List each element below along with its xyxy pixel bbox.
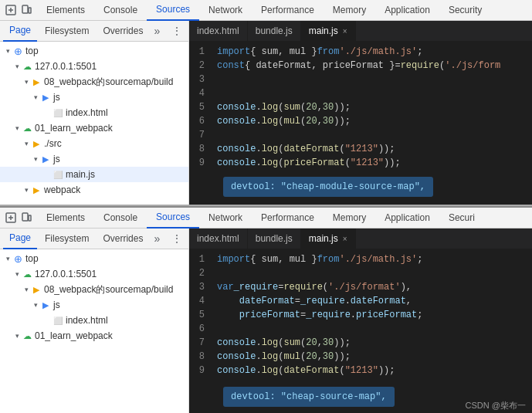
file-tab-main-2[interactable]: main.js × [301,229,356,249]
nav-tab-application-1[interactable]: Application [375,0,439,21]
tree-item-indexhtml-2[interactable]: ▶ ⬜ index.html [0,313,188,328]
subtab-filesystem-2[interactable]: Filesystem [39,229,95,249]
tree-item-webpack[interactable]: ▾ ▶ webpack [0,182,188,198]
code-editor-2: index.html bundle.js main.js × 1 2 3 4 5… [189,229,532,413]
file-tabs-1: index.html bundle.js main.js × [189,21,532,42]
nav-tab-console-2[interactable]: Console [94,208,147,229]
code-line: console.log(priceFormat("1213")); [217,156,526,169]
tree-label: index.html [66,315,108,326]
main-layout-2: Page Filesystem Overrides » ⋮ ▾ ⊕ top ▾ … [0,229,532,413]
svg-rect-9 [29,215,31,221]
subtab-overrides-1[interactable]: Overrides [97,21,149,42]
file-tab-label: main.js [309,25,338,36]
tree-item-learn-2[interactable]: ▾ ☁ 01_learn_webpack [0,328,188,344]
svg-rect-3 [22,5,28,13]
file-tab-main[interactable]: main.js × [301,21,356,42]
code-line [217,266,526,280]
file-tab-index-2[interactable]: index.html [189,229,248,249]
tree-item-indexhtml[interactable]: ▶ ⬜ index.html [0,105,188,120]
folder-icon: ▶ [31,284,42,295]
folder-icon: ▶ [31,138,42,149]
close-icon[interactable]: × [343,27,347,36]
nav-tab-network-2[interactable]: Network [199,208,252,229]
inspect-icon[interactable] [5,4,17,16]
code-line: priceFormat = _require.priceFormat; [217,308,526,322]
main-layout-1: Page Filesystem Overrides » ⋮ ▾ ⊕ top ▾ … [0,21,532,205]
code-line: console.log(sum(20, 30)); [217,100,526,114]
tree-item-top-2[interactable]: ▾ ⊕ top [0,251,188,266]
tree-item-mainjs[interactable]: ▶ ⬜ main.js [0,167,188,182]
tree-label: js [53,154,60,164]
nav-tab-network-1[interactable]: Network [199,0,252,21]
nav-tab-performance-1[interactable]: Performance [252,0,324,21]
tree-arrow: ▾ [3,254,12,263]
tree-item-build[interactable]: ▾ ▶ 08_webpack的sourcemap/build [0,74,188,90]
nav-tabs-2: Elements Console Sources Network Perform… [37,208,532,229]
tree-label: ./src [44,138,62,149]
tree-label: js [53,300,60,310]
code-line [217,322,526,336]
dotmenu-2[interactable]: ⋮ [168,232,185,245]
devtools-nav-2: Elements Console Sources Network Perform… [0,208,532,229]
nav-tab-performance-2[interactable]: Performance [252,208,324,229]
tree-arrow: ▾ [31,93,40,102]
nav-tabs-1: Elements Console Sources Network Perform… [37,0,532,21]
tree-arrow: ▾ [31,300,40,310]
nav-tab-security-1[interactable]: Security [439,0,491,21]
close-icon-2[interactable]: × [343,235,347,243]
nav-tab-memory-2[interactable]: Memory [324,208,375,229]
tree-item-src-js[interactable]: ▾ ▶ js [0,151,188,167]
cloud-icon: ☁ [22,61,32,72]
dotmenu-1[interactable]: ⋮ [168,25,185,37]
tree-item-top[interactable]: ▾ ⊕ top [0,43,188,59]
file-tab-bundle[interactable]: bundle.js [248,21,301,42]
code-body-2: 1 2 3 4 5 6 7 8 9 10 11 import { sum, mu… [189,249,532,379]
globe-icon-2: ⊕ [12,253,23,264]
more-icon-1[interactable]: » [151,25,163,37]
file-tab-index[interactable]: index.html [189,21,248,42]
cloud-icon-2: ☁ [22,269,32,279]
sub-toolbar-1: Page Filesystem Overrides » ⋮ [0,21,188,42]
tree-item-src[interactable]: ▾ ▶ ./src [0,136,188,151]
nav-tab-console-1[interactable]: Console [94,0,147,21]
nav-icons-2 [0,212,37,224]
code-editor-1: index.html bundle.js main.js × 1 2 3 4 5… [189,21,532,205]
tree-item-host-2[interactable]: ▾ ☁ 127.0.0.1:5501 [0,266,188,282]
tree-item-host[interactable]: ▾ ☁ 127.0.0.1:5501 [0,59,188,74]
subtab-page-1[interactable]: Page [3,21,37,42]
tree-arrow: ▾ [22,185,31,195]
nav-tab-sources-1[interactable]: Sources [147,0,199,21]
nav-tab-sources-2[interactable]: Sources [147,208,199,229]
tree-item-js-2[interactable]: ▾ ▶ js [0,297,188,313]
folder-icon: ▶ [40,92,51,103]
inspect-icon-2[interactable] [5,212,17,224]
nav-tab-elements-1[interactable]: Elements [37,0,94,21]
nav-tab-elements-2[interactable]: Elements [37,208,94,229]
code-line: import { sum, mul } from './js/math.js'; [217,252,526,266]
subtab-overrides-2[interactable]: Overrides [97,229,149,249]
tree-label: js [53,92,60,103]
tree-item-learn[interactable]: ▾ ☁ 01_learn_webpack [0,120,188,136]
nav-tab-memory-1[interactable]: Memory [324,0,375,21]
device-icon-2[interactable] [20,212,32,224]
subtab-page-2[interactable]: Page [3,229,37,249]
tree-item-js[interactable]: ▾ ▶ js [0,90,188,105]
file-icon: ⬜ [53,169,63,180]
tree-item-build-2[interactable]: ▾ ▶ 08_webpack的sourcemap/build [0,282,188,297]
folder-icon: ▶ [31,76,42,87]
tree-arrow: ▾ [12,269,22,279]
device-icon[interactable] [20,4,32,16]
file-tab-bundle-2[interactable]: bundle.js [248,229,301,249]
nav-tab-security-2[interactable]: Securi [439,208,484,229]
nav-tab-application-2[interactable]: Application [375,208,439,229]
subtab-filesystem-1[interactable]: Filesystem [39,21,95,42]
code-line: const { dateFormat, priceFormat } = requ… [217,59,526,73]
sidebar-2: Page Filesystem Overrides » ⋮ ▾ ⊕ top ▾ … [0,229,189,413]
more-icon-2[interactable]: » [151,232,163,245]
file-tab-label: main.js [309,233,338,244]
file-icon: ⬜ [53,315,63,326]
tree-label: 08_webpack的sourcemap/build [44,76,173,89]
sidebar-1: Page Filesystem Overrides » ⋮ ▾ ⊕ top ▾ … [0,21,189,205]
panel-1: Elements Console Sources Network Perform… [0,0,532,206]
code-line: console.log(dateFormat("1213")); [217,142,526,156]
